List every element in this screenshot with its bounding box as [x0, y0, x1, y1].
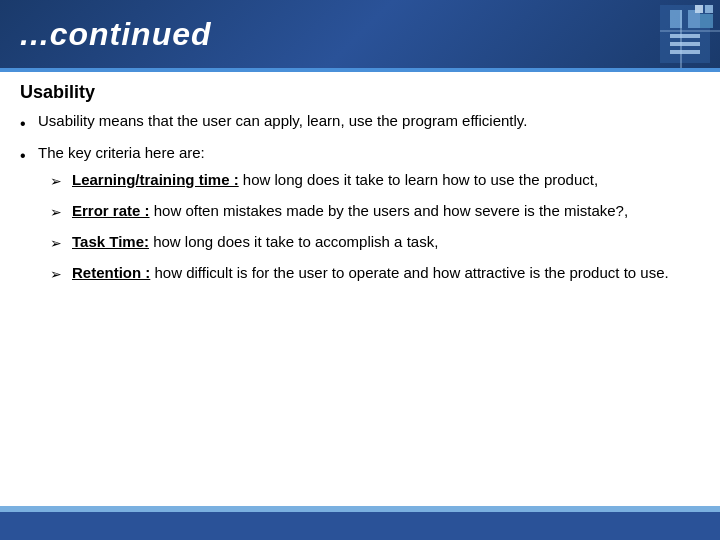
- sub-label-4: Retention :: [72, 264, 150, 281]
- sub-desc-2: how often mistakes made by the users and…: [150, 202, 629, 219]
- bullet-2-label: The key criteria here are:: [38, 144, 205, 161]
- sub-text-2: Error rate : how often mistakes made by …: [72, 200, 700, 223]
- sub-text-4: Retention : how difficult is for the use…: [72, 262, 700, 285]
- sub-item-4: ➢ Retention : how difficult is for the u…: [50, 262, 700, 285]
- svg-rect-3: [670, 34, 700, 38]
- slide: ...continued Usability: [0, 0, 720, 540]
- sub-desc-1: how long does it take to learn how to us…: [239, 171, 598, 188]
- sub-label-2: Error rate :: [72, 202, 150, 219]
- bullet-dot-1: •: [20, 112, 38, 136]
- sub-text-1: Learning/training time : how long does i…: [72, 169, 700, 192]
- header-decoration: [600, 0, 720, 68]
- section-heading: Usability: [20, 82, 95, 103]
- slide-title: ...continued: [20, 16, 212, 53]
- bullet-item-2: • The key criteria here are: ➢ Learning/…: [20, 142, 700, 293]
- svg-rect-8: [695, 5, 703, 13]
- tri-bullet-1: ➢: [50, 171, 72, 192]
- main-bullet-list: • Usability means that the user can appl…: [20, 110, 700, 293]
- bullet-text-1: Usability means that the user can apply,…: [38, 110, 700, 133]
- sub-text-3: Task Time: how long does it take to acco…: [72, 231, 700, 254]
- bullet-item-1: • Usability means that the user can appl…: [20, 110, 700, 136]
- sub-bullet-list: ➢ Learning/training time : how long does…: [38, 169, 700, 285]
- svg-rect-5: [670, 50, 700, 54]
- sub-item-3: ➢ Task Time: how long does it take to ac…: [50, 231, 700, 254]
- sub-item-1: ➢ Learning/training time : how long does…: [50, 169, 700, 192]
- sub-desc-4: how difficult is for the user to operate…: [150, 264, 668, 281]
- header-bar: ...continued: [0, 0, 720, 68]
- svg-rect-4: [670, 42, 700, 46]
- tri-bullet-4: ➢: [50, 264, 72, 285]
- bottom-bar: [0, 512, 720, 540]
- sub-label-3: Task Time:: [72, 233, 149, 250]
- svg-rect-10: [700, 14, 713, 28]
- bullet-dot-2: •: [20, 144, 38, 168]
- svg-rect-6: [680, 10, 682, 68]
- main-content: • Usability means that the user can appl…: [20, 110, 700, 490]
- sub-desc-3: how long does it take to accomplish a ta…: [149, 233, 438, 250]
- sub-label-1: Learning/training time :: [72, 171, 239, 188]
- header-accent-line: [0, 68, 720, 72]
- sub-item-2: ➢ Error rate : how often mistakes made b…: [50, 200, 700, 223]
- svg-rect-9: [705, 5, 713, 13]
- tri-bullet-3: ➢: [50, 233, 72, 254]
- bullet-text-2: The key criteria here are: ➢ Learning/tr…: [38, 142, 700, 293]
- tri-bullet-2: ➢: [50, 202, 72, 223]
- svg-rect-7: [660, 30, 720, 32]
